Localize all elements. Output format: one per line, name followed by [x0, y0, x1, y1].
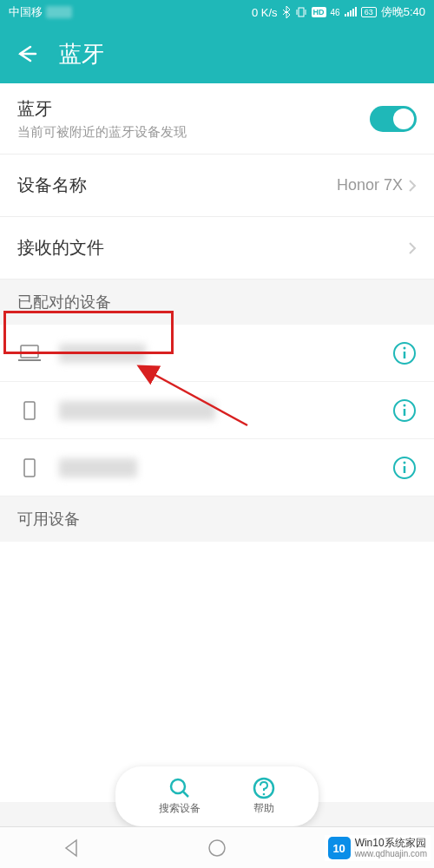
help-button[interactable]: 帮助: [227, 773, 301, 819]
search-label: 搜索设备: [159, 801, 201, 816]
svg-point-9: [404, 461, 406, 464]
search-devices-button[interactable]: 搜索设备: [133, 773, 227, 819]
available-section-header: 可用设备: [0, 496, 434, 542]
status-bar: 中国移 0 K/s HD 46 63 傍晚5:40: [0, 0, 434, 24]
help-label: 帮助: [253, 801, 274, 816]
bluetooth-toggle[interactable]: [370, 106, 417, 132]
info-icon[interactable]: [392, 398, 417, 423]
received-files-row[interactable]: 接收的文件: [0, 217, 434, 279]
paired-device-row[interactable]: [0, 382, 434, 439]
bluetooth-subtitle: 当前可被附近的蓝牙设备发现: [17, 124, 370, 141]
phone-icon: [17, 401, 42, 420]
info-icon[interactable]: [392, 456, 417, 480]
paired-section-header: 已配对的设备: [0, 279, 434, 325]
bluetooth-label: 蓝牙: [17, 97, 370, 121]
blurred-carrier: [46, 6, 72, 18]
bottom-action-bar: 搜索设备 帮助: [115, 766, 319, 826]
hd-icon: HD: [312, 7, 326, 17]
time-text: 傍晚5:40: [381, 4, 425, 20]
carrier-text: 中国移: [9, 4, 43, 20]
device-name-label: 设备名称: [17, 174, 337, 197]
app-header: 蓝牙: [0, 24, 434, 83]
paired-device-row[interactable]: [0, 325, 434, 382]
device-name-value: Honor 7X: [337, 176, 403, 194]
svg-point-10: [171, 779, 185, 793]
svg-point-6: [404, 404, 406, 406]
bluetooth-toggle-row[interactable]: 蓝牙 当前可被附近的蓝牙设备发现: [0, 83, 434, 155]
chevron-right-icon: [408, 179, 417, 193]
svg-point-12: [263, 793, 266, 796]
available-devices-area: [0, 542, 434, 802]
svg-rect-1: [21, 345, 38, 358]
device-name-blurred: [59, 401, 215, 420]
svg-point-13: [209, 840, 225, 856]
svg-rect-4: [24, 402, 35, 419]
device-name-row[interactable]: 设备名称 Honor 7X: [0, 155, 434, 217]
paired-device-row[interactable]: [0, 439, 434, 496]
info-icon[interactable]: [392, 341, 417, 365]
laptop-icon: [17, 344, 42, 363]
svg-point-3: [404, 346, 406, 349]
network-icon: 46: [331, 8, 340, 17]
phone-icon: [17, 458, 42, 477]
nav-home-icon[interactable]: [207, 838, 227, 858]
svg-rect-0: [299, 8, 304, 16]
search-icon: [168, 777, 191, 799]
device-name-blurred: [59, 458, 137, 477]
page-title: 蓝牙: [59, 39, 104, 69]
help-icon: [253, 777, 275, 799]
back-arrow-icon[interactable]: [13, 42, 37, 66]
nav-back-icon[interactable]: [62, 838, 82, 858]
device-name-blurred: [59, 344, 146, 363]
svg-rect-7: [24, 459, 35, 477]
net-speed: 0 K/s: [252, 6, 278, 19]
watermark-title: Win10系统家园: [355, 838, 427, 849]
vibrate-icon: [295, 6, 307, 18]
battery-icon: 63: [361, 7, 377, 17]
watermark-logo: 10: [328, 837, 351, 859]
signal-icon: [345, 7, 357, 17]
chevron-right-icon: [408, 241, 417, 255]
watermark-url: www.qdhuajin.com: [355, 849, 427, 858]
bluetooth-icon: [282, 6, 291, 18]
watermark: 10 Win10系统家园 www.qdhuajin.com: [325, 835, 431, 861]
received-files-label: 接收的文件: [17, 236, 408, 260]
